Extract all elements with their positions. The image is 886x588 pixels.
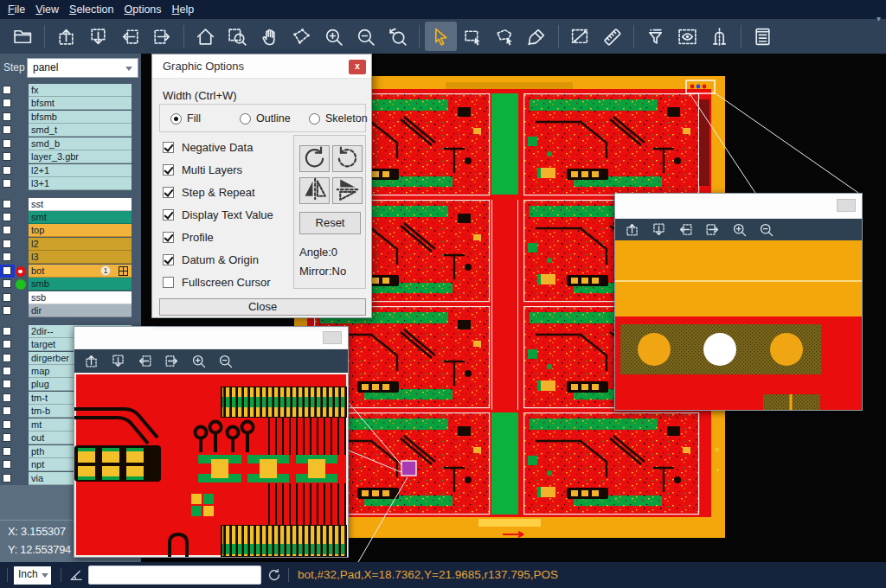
layer-name[interactable]: bfsmt [29, 97, 132, 110]
layer-visibility-checkbox[interactable] [3, 166, 11, 175]
toolbar-pan-hand-button[interactable] [254, 22, 286, 51]
radio-outline[interactable]: Outline [240, 112, 291, 125]
layer-name[interactable]: ssb [29, 291, 132, 304]
layer-visibility-checkbox[interactable] [3, 420, 11, 429]
toolbar-ruler-button[interactable] [596, 22, 628, 51]
layer-row-dir[interactable]: dir [0, 304, 141, 317]
toolbar-select-arrow-button[interactable] [425, 22, 457, 51]
layer-name[interactable]: sst [29, 198, 132, 211]
layer-visibility-checkbox[interactable] [3, 380, 11, 388]
layer-row-smd_t[interactable]: smd_t [0, 124, 141, 137]
layer-name[interactable]: smt [29, 211, 132, 224]
window-button[interactable] [837, 199, 856, 212]
layer-visibility-checkbox[interactable] [3, 112, 11, 121]
layer-visibility-checkbox[interactable] [3, 367, 11, 375]
layer-visibility-checkbox[interactable] [3, 340, 11, 348]
toolbar-zoom-out-button[interactable] [350, 22, 382, 51]
layer-visibility-checkbox[interactable] [3, 393, 11, 402]
toolbar-overflow-chevron[interactable]: ▾ [876, 14, 881, 23]
window-zoom-out-button[interactable] [212, 351, 239, 372]
angle-measure-icon[interactable] [67, 566, 85, 584]
layer-row-bot[interactable]: bot1 [0, 265, 141, 278]
layer-visibility-checkbox[interactable] [3, 86, 11, 94]
window-move-left-button[interactable] [672, 220, 699, 240]
unit-select[interactable]: Inch [14, 566, 51, 585]
refresh-icon[interactable] [266, 566, 283, 584]
layer-visibility-checkbox[interactable] [3, 460, 11, 469]
menu-options[interactable]: Options [123, 3, 170, 16]
layer-row-l3[interactable]: l3 [0, 251, 141, 264]
layer-visibility-checkbox[interactable] [3, 99, 11, 107]
layer-name[interactable]: l3+1 [29, 177, 132, 190]
zoom-preview-window-right[interactable] [614, 193, 863, 411]
window-button[interactable] [323, 331, 342, 344]
layer-visibility-checkbox[interactable] [3, 447, 11, 456]
layer-visibility-checkbox[interactable] [3, 266, 11, 275]
window-move-right-button[interactable] [158, 351, 185, 372]
toolbar-zoom-previous-button[interactable] [382, 22, 414, 51]
toolbar-brush-button[interactable] [521, 22, 553, 51]
zoom-preview-window-left[interactable] [74, 326, 349, 558]
checkbox-fullscreen-cursor[interactable]: Fullscreen Cursor [163, 276, 271, 289]
layer-visibility-checkbox[interactable] [3, 125, 11, 134]
toolbar-move-left-button[interactable] [114, 22, 146, 51]
checkbox-datum-origin[interactable]: Datum & Origin [163, 253, 259, 266]
layer-visibility-checkbox[interactable] [3, 139, 11, 148]
layer-name[interactable]: top [29, 224, 132, 237]
window-titlebar[interactable] [615, 194, 862, 219]
checkbox-display-text-value[interactable]: Display Text Value [163, 208, 273, 221]
menu-selection[interactable]: Selection [68, 3, 123, 16]
layer-visibility-checkbox[interactable] [3, 240, 11, 248]
command-input[interactable] [88, 566, 261, 585]
toolbar-zoom-polygon-button[interactable] [286, 22, 318, 51]
toolbar-view-area-button[interactable] [671, 22, 703, 51]
layer-row-sst[interactable]: sst [0, 198, 141, 211]
layer-visibility-checkbox[interactable] [3, 226, 11, 234]
checkbox-step-repeat[interactable]: Step & Repeat [163, 186, 255, 199]
graphic-options-dialog[interactable]: Graphic Options x Width (Ctrl+W) FillOut… [151, 54, 372, 318]
toolbar-report-button[interactable] [747, 22, 779, 51]
layer-visibility-checkbox[interactable] [3, 306, 11, 315]
rotate-ccw-button[interactable] [332, 145, 363, 172]
rotate-cw-button[interactable] [299, 145, 330, 172]
window-move-left-button[interactable] [132, 351, 158, 372]
mirror-horizontal-button[interactable] [299, 177, 330, 204]
layer-name[interactable]: smd_t [29, 124, 132, 137]
toolbar-select-polygon-button[interactable] [489, 22, 521, 51]
layer-visibility-checkbox[interactable] [3, 433, 11, 442]
window-move-down-button[interactable] [105, 351, 132, 372]
window-zoom-in-button[interactable] [185, 351, 212, 372]
close-icon[interactable]: x [349, 60, 366, 74]
layer-visibility-checkbox[interactable] [3, 152, 11, 161]
layer-name[interactable]: l2 [29, 238, 132, 251]
radio-skeleton[interactable]: Skeleton [309, 112, 368, 125]
layer-name[interactable]: layer_3.gbr [29, 150, 132, 163]
layer-row-bfsmb[interactable]: bfsmb [0, 111, 141, 124]
close-button[interactable]: Close [159, 298, 366, 316]
layer-name[interactable]: dir [29, 304, 132, 317]
toolbar-snap-button[interactable] [703, 22, 735, 51]
window-zoom-in-button[interactable] [726, 220, 753, 240]
layer-name[interactable]: bot1 [29, 265, 132, 278]
layer-visibility-checkbox[interactable] [3, 279, 11, 288]
layer-name[interactable]: fx [29, 84, 132, 97]
layer-visibility-checkbox[interactable] [3, 179, 11, 188]
toolbar-move-down-button[interactable] [82, 22, 114, 51]
menu-file[interactable]: File [7, 3, 35, 16]
layer-name[interactable]: smb [29, 278, 132, 291]
layer-visibility-checkbox[interactable] [3, 293, 11, 302]
checkbox-multi-layers[interactable]: Multi Layers [163, 163, 242, 176]
layer-name[interactable]: l3 [29, 251, 132, 264]
toolbar-zoom-area-button[interactable] [222, 22, 254, 51]
menu-help[interactable]: Help [171, 3, 204, 16]
layer-row-fx[interactable]: fx [0, 84, 141, 97]
toolbar-home-button[interactable] [189, 22, 222, 51]
layer-row-bfsmt[interactable]: bfsmt [0, 97, 141, 110]
layer-row-smd_b[interactable]: smd_b [0, 137, 141, 150]
layer-visibility-checkbox[interactable] [3, 354, 11, 362]
checkbox-negative-data[interactable]: Negative Data [163, 141, 253, 154]
window-move-up-button[interactable] [619, 220, 645, 240]
step-select[interactable]: panel [27, 58, 138, 78]
layer-visibility-checkbox[interactable] [3, 213, 11, 221]
window-move-up-button[interactable] [78, 351, 105, 372]
